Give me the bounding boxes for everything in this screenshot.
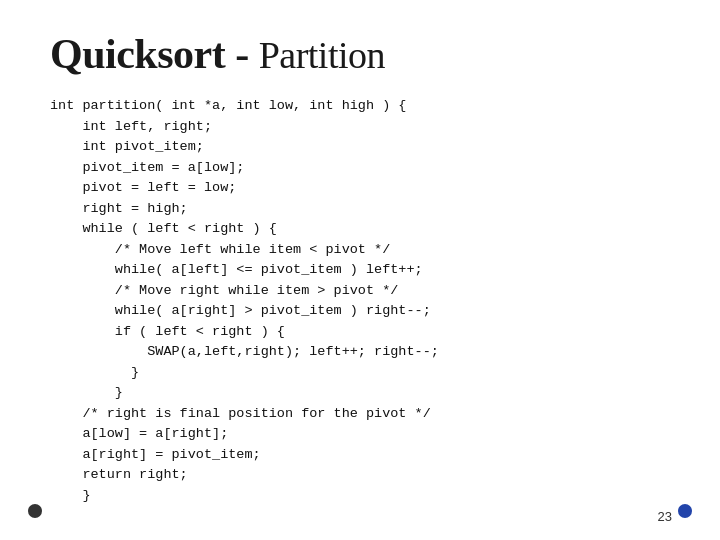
page-number: 23 (658, 509, 672, 524)
title-partition: Partition (259, 34, 385, 76)
bullet-right-icon (678, 504, 692, 518)
title-quicksort: Quicksort - (50, 31, 259, 77)
code-block: int partition( int *a, int low, int high… (50, 96, 670, 506)
slide: Quicksort - Partition int partition( int… (0, 0, 720, 540)
slide-title: Quicksort - Partition (50, 30, 670, 78)
bullet-left-icon (28, 504, 42, 518)
